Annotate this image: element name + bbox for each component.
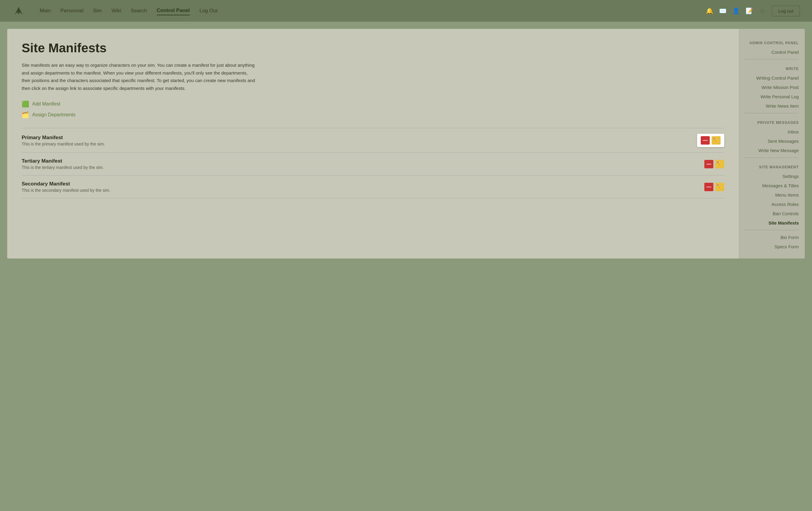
user-icon[interactable]: 👤 [732, 7, 741, 15]
sidebar-pm-title: PRIVATE MESSAGES [738, 116, 805, 127]
manifest-name-primary: Primary Manifest [22, 135, 105, 141]
action-links: 🟩 Add Manifest 🗂️ Assign Departments [22, 100, 724, 118]
nav-main[interactable]: Main [40, 7, 51, 15]
nav-sim[interactable]: Sim [93, 7, 102, 15]
svg-marker-0 [15, 7, 23, 15]
sidebar-item-menu-items[interactable]: Menu Items [738, 190, 805, 200]
page-description: Site manifests are an easy way to organi… [22, 61, 256, 92]
sidebar-item-sent-messages[interactable]: Sent Messages [738, 137, 805, 146]
nav-logout[interactable]: Log Out [199, 7, 218, 15]
sidebar-item-ban-controls[interactable]: Ban Controls [738, 209, 805, 218]
nav-links: Main Personnel Sim Wiki Search Control P… [40, 6, 705, 15]
nav-icon-group: 🔔 ✉️ 👤 📝 ⊙ [705, 7, 767, 15]
table-row: Primary Manifest This is the primary man… [22, 128, 724, 152]
navbar: Main Personnel Sim Wiki Search Control P… [0, 0, 812, 22]
sidebar-item-specs-form[interactable]: Specs Form [738, 242, 805, 251]
edit-primary-button[interactable]: ✏️ [712, 136, 721, 145]
manifest-info-tertiary: Tertiary Manifest This is the tertiary m… [22, 158, 104, 170]
sidebar-item-write-news-item[interactable]: Write News Item [738, 101, 805, 111]
nav-personnel[interactable]: Personnel [60, 7, 84, 15]
table-row: Tertiary Manifest This is the tertiary m… [22, 152, 724, 175]
manifest-info-primary: Primary Manifest This is the primary man… [22, 135, 105, 146]
sidebar-divider-2 [745, 113, 799, 113]
circle-icon[interactable]: ⊙ [758, 7, 767, 15]
add-manifest-label: Add Manifest [32, 101, 60, 107]
manifest-desc-primary: This is the primary manifest used by the… [22, 142, 105, 146]
sidebar-item-writing-control-panel[interactable]: Writing Control Panel [738, 73, 805, 83]
sidebar-item-messages-titles[interactable]: Messages & Titles [738, 181, 805, 190]
delete-primary-button[interactable]: — [701, 136, 710, 145]
manifest-actions-tertiary: — ✏️ [704, 160, 724, 168]
assign-icon: 🗂️ [22, 111, 29, 118]
sidebar-item-access-roles[interactable]: Access Roles [738, 200, 805, 209]
edit-secondary-button[interactable]: ✏️ [715, 183, 724, 191]
sidebar-admin-title: ADMIN CONTROL PANEL [738, 36, 805, 48]
sidebar-item-settings[interactable]: Settings [738, 172, 805, 181]
sidebar-item-write-new-message[interactable]: Write New Message [738, 146, 805, 155]
table-row: Secondary Manifest This is the secondary… [22, 175, 724, 199]
manifest-desc-tertiary: This is the tertiary manifest used by th… [22, 165, 104, 170]
sidebar-item-inbox[interactable]: Inbox [738, 127, 805, 137]
nav-control-panel[interactable]: Control Panel [157, 6, 190, 15]
assign-departments-label: Assign Departments [32, 112, 76, 118]
assign-departments-link[interactable]: 🗂️ Assign Departments [22, 111, 724, 118]
bell-icon[interactable]: 🔔 [705, 7, 714, 15]
content-area: Site Manifests Site manifests are an eas… [7, 29, 738, 259]
edit-tertiary-button[interactable]: ✏️ [715, 160, 724, 168]
sidebar-item-write-personal-log[interactable]: Write Personal Log [738, 92, 805, 101]
manifest-desc-secondary: This is the secondary manifest used by t… [22, 188, 110, 193]
sidebar-divider-4 [745, 230, 799, 230]
add-manifest-link[interactable]: 🟩 Add Manifest [22, 100, 724, 108]
edit-icon[interactable]: 📝 [745, 7, 754, 15]
add-icon: 🟩 [22, 100, 29, 108]
mail-icon[interactable]: ✉️ [719, 7, 727, 15]
manifest-actions-primary: — ✏️ [697, 134, 724, 147]
sidebar-divider-1 [745, 59, 799, 60]
sidebar-item-site-manifests[interactable]: Site Manifests [738, 218, 805, 228]
delete-tertiary-button[interactable]: — [704, 160, 713, 168]
manifest-actions-secondary: — ✏️ [704, 183, 724, 191]
nav-wiki[interactable]: Wiki [112, 7, 121, 15]
main-container: Site Manifests Site manifests are an eas… [7, 29, 805, 259]
logo[interactable] [12, 4, 25, 18]
sidebar-write-title: WRITE [738, 62, 805, 73]
sidebar-sm-title: SITE MANAGEMENT [738, 160, 805, 172]
sidebar: ADMIN CONTROL PANEL Control Panel WRITE … [738, 29, 805, 259]
manifest-info-secondary: Secondary Manifest This is the secondary… [22, 181, 110, 193]
page-title: Site Manifests [22, 41, 724, 55]
nav-search[interactable]: Search [131, 7, 147, 15]
logout-button[interactable]: Log out [772, 5, 800, 17]
sidebar-divider-3 [745, 157, 799, 158]
delete-secondary-button[interactable]: — [704, 183, 713, 191]
sidebar-item-write-mission-post[interactable]: Write Mission Post [738, 83, 805, 92]
sidebar-item-control-panel[interactable]: Control Panel [738, 48, 805, 57]
sidebar-item-bio-form[interactable]: Bio Form [738, 233, 805, 242]
manifest-name-secondary: Secondary Manifest [22, 181, 110, 187]
manifest-name-tertiary: Tertiary Manifest [22, 158, 104, 164]
manifest-list: Primary Manifest This is the primary man… [22, 128, 724, 199]
